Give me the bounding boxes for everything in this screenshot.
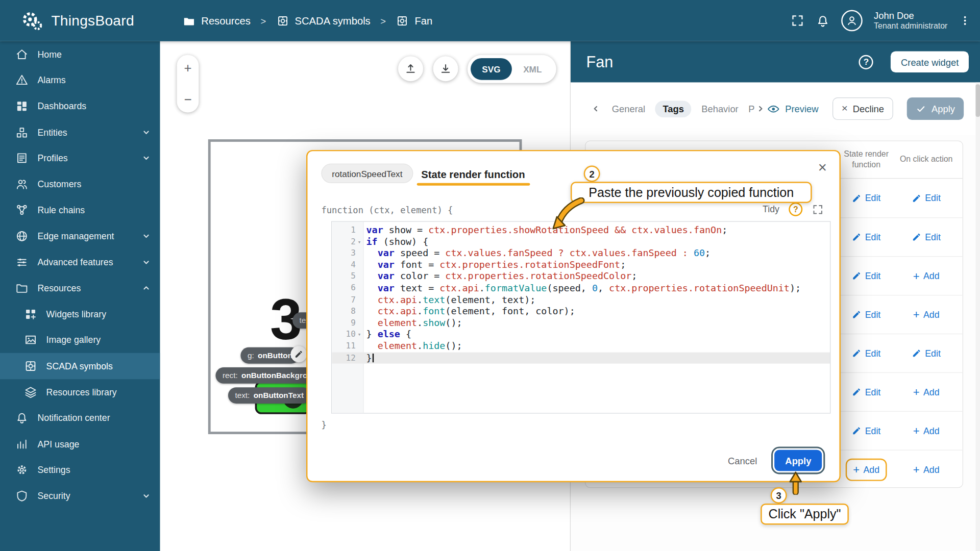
edit-on-click-action-button[interactable]: Edit [912, 193, 941, 203]
code-line[interactable]: 9 element.show(); [332, 317, 830, 329]
svg-toggle-button[interactable]: SVG [471, 58, 512, 80]
edit-state-render-function-button[interactable]: Edit [852, 271, 880, 281]
plus-icon: + [913, 386, 920, 397]
function-signature: function (ctx, element) { [321, 205, 453, 215]
scrollbar-thumb[interactable] [975, 84, 980, 117]
tab-tags[interactable]: Tags [655, 101, 692, 117]
code-line[interactable]: 7 ctx.api.text(element, text); [332, 294, 830, 306]
tidy-button[interactable]: Tidy [763, 204, 779, 214]
expand-editor-icon[interactable] [812, 204, 824, 215]
help-icon[interactable]: ? [859, 55, 873, 69]
code-editor[interactable]: 1var show = ctx.properties.showRotationS… [331, 221, 830, 413]
edit-state-render-function-button[interactable]: Edit [852, 348, 880, 359]
breadcrumb-resources[interactable]: Resources [183, 14, 251, 28]
panel-title: Fan [586, 53, 614, 71]
apply-button[interactable]: Apply [775, 450, 822, 471]
sidebar-item-api-usage[interactable]: API usage [0, 431, 160, 457]
tabs-scroll-left-icon[interactable] [590, 103, 602, 115]
line-number: 7 [332, 294, 356, 306]
code-line[interactable]: 4 var font = ctx.properties.rotationSpee… [332, 259, 830, 271]
code-line[interactable]: 3 var speed = ctx.values.fanSpeed ? ctx.… [332, 247, 830, 259]
download-icon [439, 62, 452, 74]
text-cursor [373, 353, 374, 362]
cancel-button[interactable]: Cancel [728, 455, 757, 466]
tag-chip-on-button-text[interactable]: text:onButtonText [228, 387, 311, 404]
code-line[interactable]: 12} [332, 352, 830, 364]
upload-icon [404, 62, 416, 74]
user-avatar[interactable] [841, 10, 863, 32]
add-on-click-action-button[interactable]: +Add [913, 386, 940, 397]
add-on-click-action-button[interactable]: +Add [913, 425, 940, 436]
tab-behavior[interactable]: Behavior [701, 104, 738, 114]
sidebar-item-resources[interactable]: Resources [0, 275, 160, 301]
code-line[interactable]: 2▾if (show) { [332, 236, 830, 247]
add-on-click-action-button[interactable]: +Add [913, 309, 940, 320]
edit-state-render-function-button[interactable]: Edit [852, 387, 880, 397]
close-icon: × [842, 103, 848, 115]
close-dialog-icon[interactable]: × [818, 160, 827, 174]
plus-icon: + [853, 464, 860, 475]
dialog-footer: Cancel Apply [728, 450, 822, 471]
fold-gutter [356, 306, 363, 317]
tab-general[interactable]: General [612, 104, 645, 114]
scrollbar[interactable] [975, 83, 980, 551]
sidebar-item-image-gallery[interactable]: Image gallery [0, 327, 160, 353]
edit-state-render-function-button[interactable]: Edit [852, 310, 880, 320]
decline-button[interactable]: × Decline [832, 97, 893, 120]
sidebar-item-security[interactable]: Security [0, 483, 160, 509]
help-icon[interactable]: ? [789, 203, 802, 216]
preview-button[interactable]: Preview [767, 102, 819, 115]
add-state-render-function-button[interactable]: +Add [853, 464, 879, 475]
notifications-bell-icon[interactable] [816, 13, 830, 28]
code-line[interactable]: 6 var text = ctx.api.formatValue(speed, … [332, 282, 830, 294]
sidebar-item-profiles[interactable]: Profiles [0, 145, 160, 171]
sidebar-item-notification-center[interactable]: Notification center [0, 405, 160, 431]
fold-caret-icon: ▾ [356, 236, 363, 247]
sidebar-item-rule-chains[interactable]: Rule chains [0, 197, 160, 223]
code-line[interactable]: 5 var color = ctx.properties.rotationSpe… [332, 271, 830, 283]
upload-button[interactable] [398, 56, 423, 81]
edit-on-click-action-button[interactable]: Edit [912, 348, 941, 359]
add-on-click-action-button[interactable]: +Add [913, 270, 940, 282]
dashboards-icon [15, 99, 29, 113]
edit-on-click-action-button[interactable]: Edit [912, 232, 941, 242]
edit-state-render-function-button[interactable]: Edit [852, 425, 880, 436]
sidebar-item-widgets-library[interactable]: Widgets library [0, 301, 160, 327]
annotation-underline [417, 183, 530, 186]
tabs-scroll-right-icon[interactable] [754, 103, 767, 115]
chevron-down-icon [140, 490, 152, 502]
sidebar-item-resources-library[interactable]: Resources library [0, 379, 160, 405]
sidebar-item-alarms[interactable]: Alarms [0, 67, 160, 93]
sidebar-item-customers[interactable]: Customers [0, 171, 160, 197]
sidebar-item-settings[interactable]: Settings [0, 457, 160, 483]
edit-tag-button[interactable] [290, 346, 307, 362]
sidebar-item-dashboards[interactable]: Dashboards [0, 93, 160, 119]
tag-name-chip: rotationSpeedText [321, 164, 413, 183]
apply-button[interactable]: Apply [907, 97, 964, 120]
edit-state-render-function-button[interactable]: Edit [852, 232, 880, 242]
sidebar-item-edge-management[interactable]: Edge management [0, 223, 160, 249]
code-line[interactable]: 8 ctx.api.font(element, font, color); [332, 306, 830, 317]
sidebar-item-advanced-features[interactable]: Advanced features [0, 249, 160, 275]
fullscreen-icon[interactable] [791, 14, 804, 28]
app-logo[interactable]: ThingsBoard [0, 8, 160, 34]
more-menu-icon[interactable] [959, 14, 971, 28]
breadcrumb-scada-symbols[interactable]: SCADA symbols [276, 14, 371, 28]
sidebar-item-entities[interactable]: Entities [0, 119, 160, 145]
sidebar-item-home[interactable]: Home [0, 41, 160, 67]
code-editor-lines: 1var show = ctx.properties.showRotationS… [332, 224, 830, 364]
xml-toggle-button[interactable]: XML [512, 64, 553, 74]
create-widget-button[interactable]: Create widget [891, 51, 969, 72]
step-3-arrow [787, 471, 804, 495]
zoom-in-button[interactable]: + [184, 61, 191, 74]
breadcrumb-fan[interactable]: Fan [396, 14, 433, 28]
sidebar-item-scada-symbols[interactable]: SCADA symbols [0, 353, 160, 379]
tab-properties[interactable]: Properties [748, 104, 754, 114]
zoom-out-button[interactable]: − [184, 93, 191, 106]
edit-state-render-function-button[interactable]: Edit [852, 193, 880, 203]
download-button[interactable] [433, 56, 458, 81]
add-on-click-action-button[interactable]: +Add [913, 464, 940, 475]
fold-gutter [356, 340, 363, 352]
code-line[interactable]: 11 element.hide(); [332, 340, 830, 352]
code-line[interactable]: 10▾} else { [332, 329, 830, 341]
